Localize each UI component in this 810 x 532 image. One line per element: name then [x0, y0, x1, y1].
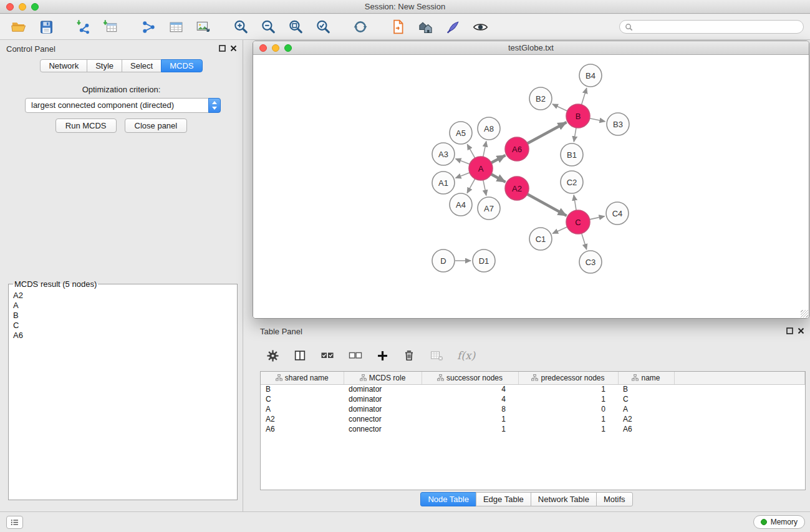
- graph-node-C1[interactable]: C1: [529, 228, 552, 250]
- graph-node-C2[interactable]: C2: [561, 171, 583, 193]
- table-cell[interactable]: C: [618, 394, 674, 404]
- table-row[interactable]: Bdominator41B: [261, 384, 805, 394]
- graph-edge-A-A4[interactable]: [467, 179, 475, 193]
- network-window[interactable]: testGlobe.txt B4B2BB3A5A8A6A3B1AA1C2A2A4…: [253, 41, 809, 319]
- new-network-button[interactable]: [137, 16, 160, 37]
- network-graph[interactable]: B4B2BB3A5A8A6A3B1AA1C2A2A4A7C4CC1C3DD1: [253, 55, 809, 318]
- tab-network[interactable]: Network: [40, 59, 87, 72]
- table-row[interactable]: A2connector11A2: [261, 414, 805, 424]
- table-cell[interactable]: A: [618, 404, 674, 414]
- show-panels-button[interactable]: [6, 516, 23, 529]
- network-minimize-button[interactable]: [272, 44, 279, 52]
- graph-edge-B-B1[interactable]: [574, 128, 576, 142]
- graph-node-B3[interactable]: B3: [607, 113, 629, 135]
- graph-node-C4[interactable]: C4: [606, 202, 629, 225]
- import-table-button[interactable]: [100, 16, 122, 37]
- zoom-window-button[interactable]: [31, 3, 39, 11]
- graph-edge-A-A3[interactable]: [456, 159, 470, 165]
- graph-node-A3[interactable]: A3: [432, 143, 455, 165]
- graph-edge-A-A1[interactable]: [456, 173, 470, 178]
- column-header-name[interactable]: name: [618, 372, 674, 384]
- mcds-result-item[interactable]: A: [13, 301, 233, 311]
- table-cell[interactable]: 1: [518, 424, 618, 434]
- run-mcds-button[interactable]: Run MCDS: [55, 118, 117, 133]
- table-cell[interactable]: A2: [618, 414, 674, 424]
- graph-edge-A-A2[interactable]: [491, 174, 506, 182]
- column-header-successor-nodes[interactable]: successor nodes: [422, 372, 518, 384]
- deselect-all-icon[interactable]: [348, 348, 363, 363]
- close-panel-icon[interactable]: [230, 45, 237, 52]
- column-header-mcds-role[interactable]: MCDS role: [344, 372, 422, 384]
- table-cell[interactable]: dominator: [344, 404, 422, 414]
- close-window-button[interactable]: [6, 3, 14, 11]
- table-cell[interactable]: 1: [422, 414, 518, 424]
- mcds-result-item[interactable]: A2: [13, 291, 233, 301]
- tab-motifs[interactable]: Motifs: [596, 492, 633, 506]
- tab-style[interactable]: Style: [87, 59, 122, 72]
- tab-mcds[interactable]: MCDS: [161, 59, 202, 72]
- table-cell[interactable]: A6: [618, 424, 674, 434]
- style-button[interactable]: [441, 16, 464, 37]
- graph-node-B[interactable]: B: [566, 104, 590, 128]
- graphics-details-button[interactable]: [469, 16, 491, 37]
- add-icon[interactable]: [376, 349, 389, 362]
- table-cell[interactable]: B: [261, 384, 344, 394]
- table-cell[interactable]: connector: [344, 424, 422, 434]
- table-cell[interactable]: 1: [518, 384, 618, 394]
- graph-edge-B-B2[interactable]: [552, 104, 567, 111]
- graph-edge-A-A6[interactable]: [491, 155, 506, 163]
- tab-node-table[interactable]: Node Table: [420, 492, 476, 506]
- graph-node-A4[interactable]: A4: [450, 193, 472, 216]
- graph-node-A[interactable]: A: [469, 157, 493, 180]
- graph-edge-C-C4[interactable]: [590, 216, 605, 220]
- mcds-result-item[interactable]: A6: [13, 331, 233, 341]
- graph-node-A1[interactable]: A1: [432, 172, 455, 194]
- mcds-result-item[interactable]: C: [13, 321, 233, 331]
- graph-node-A5[interactable]: A5: [450, 122, 472, 144]
- zoom-fit-button[interactable]: [284, 16, 307, 37]
- graph-node-A7[interactable]: A7: [478, 197, 500, 220]
- table-row[interactable]: Adominator80A: [261, 404, 805, 414]
- zoom-in-button[interactable]: [229, 16, 252, 37]
- trash-icon[interactable]: [402, 349, 416, 362]
- graph-node-B2[interactable]: B2: [529, 87, 552, 110]
- import-network-button[interactable]: [72, 16, 95, 37]
- graph-node-B4[interactable]: B4: [579, 64, 602, 87]
- table-cell[interactable]: 1: [422, 424, 518, 434]
- close-table-panel-icon[interactable]: [798, 327, 804, 334]
- table-cell[interactable]: dominator: [344, 394, 422, 404]
- open-document-button[interactable]: [387, 16, 409, 37]
- table-cell[interactable]: 8: [422, 404, 518, 414]
- tab-select[interactable]: Select: [122, 59, 162, 72]
- search-box[interactable]: [619, 20, 804, 34]
- table-cell[interactable]: 1: [518, 414, 618, 424]
- export-image-button[interactable]: [192, 16, 215, 37]
- graph-edge-A2-C[interactable]: [528, 194, 567, 216]
- save-session-button[interactable]: [35, 16, 57, 37]
- window-resize-handle[interactable]: [801, 310, 808, 317]
- graph-edge-C-C2[interactable]: [574, 195, 576, 211]
- table-cell[interactable]: connector: [344, 414, 422, 424]
- table-row[interactable]: A6connector11A6: [261, 424, 805, 434]
- table-cell[interactable]: B: [618, 384, 674, 394]
- minimize-window-button[interactable]: [19, 3, 26, 11]
- tab-network-table[interactable]: Network Table: [531, 492, 597, 506]
- graph-edge-A-A5[interactable]: [467, 144, 475, 158]
- search-input[interactable]: [635, 22, 798, 31]
- show-column-icon[interactable]: [293, 349, 307, 362]
- first-neighbors-button[interactable]: [414, 16, 436, 37]
- column-header-shared-name[interactable]: shared name: [261, 372, 344, 384]
- graph-node-B1[interactable]: B1: [561, 143, 583, 166]
- refresh-view-button[interactable]: [349, 16, 372, 37]
- network-canvas[interactable]: B4B2BB3A5A8A6A3B1AA1C2A2A4A7C4CC1C3DD1: [253, 55, 809, 318]
- table-cell[interactable]: 4: [422, 394, 518, 404]
- table-cell[interactable]: A2: [261, 414, 344, 424]
- column-header-predecessor-nodes[interactable]: predecessor nodes: [518, 372, 618, 384]
- new-table-button[interactable]: [165, 16, 187, 37]
- gear-icon[interactable]: [266, 349, 280, 363]
- graph-edge-A-A7[interactable]: [483, 180, 486, 196]
- tab-edge-table[interactable]: Edge Table: [476, 492, 531, 506]
- graph-edge-A6-B[interactable]: [528, 122, 567, 143]
- float-table-panel-icon[interactable]: [786, 327, 793, 334]
- delete-table-icon[interactable]: [429, 348, 444, 363]
